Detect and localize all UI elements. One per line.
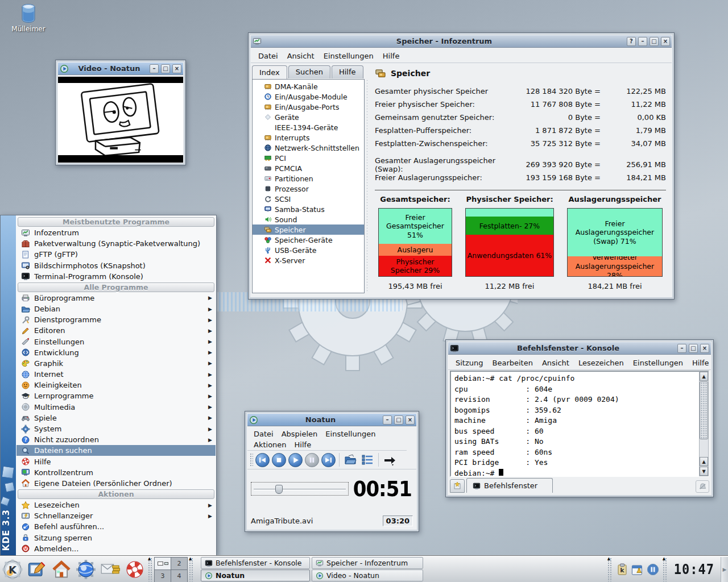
kmenu-item-sitzung-sperren[interactable]: Sitzung sperren <box>16 532 216 543</box>
desktop-note-button[interactable] <box>25 558 49 581</box>
browser-button[interactable] <box>74 558 98 581</box>
applet-handle[interactable] <box>189 558 194 581</box>
kmenu-item-dateien-suchen[interactable]: Dateien suchen <box>16 445 216 456</box>
taskbar-task-video-noatun[interactable]: Video - Noatun <box>312 569 423 581</box>
kmenu-item-terminal-programm-konsole[interactable]: Terminal-Programm (Konsole) <box>16 271 216 282</box>
menu-hilfe[interactable]: Hilfe <box>379 51 404 61</box>
new-session-button[interactable] <box>450 479 465 493</box>
applet-handle[interactable] <box>663 558 668 581</box>
sidebar-item-ieee-1394-ger-te[interactable]: IEEE-1394-Geräte <box>253 122 364 132</box>
kmenu-item-bildschirmphotos-ksnapshot[interactable]: Bildschirmphotos (KSnapshot) <box>16 260 216 271</box>
kmenu-item-schnellanzeiger[interactable]: Schnellanzeiger▶ <box>16 510 216 521</box>
kmenu-item-kleinigkeiten[interactable]: Kleinigkeiten▶ <box>16 380 216 390</box>
kmenu-item-internet[interactable]: Internet▶ <box>16 369 216 380</box>
slider-thumb[interactable] <box>275 485 283 494</box>
menu-lesezeichen[interactable]: Lesezeichen <box>574 357 628 368</box>
pager-desktop-2[interactable]: 2 <box>171 558 187 569</box>
kmenu-item-dienstprogramme[interactable]: Dienstprogramme▶ <box>16 314 216 325</box>
sidebar-item-speicher-ger-te[interactable]: Speicher-Geräte <box>253 235 364 245</box>
kmenu-item-abmelden[interactable]: Abmelden... <box>16 543 216 554</box>
menu-einstellungen[interactable]: Einstellungen <box>321 429 379 439</box>
sidebar-item-usb-ger-te[interactable]: USB-Geräte <box>253 245 364 255</box>
bell-muted-icon[interactable] <box>696 480 709 493</box>
close-button[interactable]: × <box>661 37 670 46</box>
help-button[interactable] <box>123 558 147 581</box>
sidebar-item-ein-ausgabe-ports[interactable]: Ein/Ausgabe-Ports <box>253 102 364 112</box>
toolbar-handle[interactable] <box>250 453 253 467</box>
menu-datei[interactable]: Datei <box>250 429 278 439</box>
taskbar-task-speicher-infozentrum[interactable]: Speicher - Infozentrum <box>312 557 423 569</box>
digital-clock[interactable]: 10:47 <box>671 561 718 577</box>
kmenu-item-b-roprogramme[interactable]: Büroprogramme▶ <box>16 293 216 304</box>
menu-datei[interactable]: Datei <box>254 51 282 61</box>
menu-aktionen[interactable]: Aktionen <box>250 439 291 450</box>
applet-handle[interactable] <box>148 558 153 581</box>
session-tab[interactable]: Befehlsfenster <box>466 478 553 493</box>
sidebar-item-prozessor[interactable]: Prozessor <box>253 184 364 194</box>
close-button[interactable]: × <box>700 344 709 353</box>
playlist-button[interactable] <box>360 452 375 467</box>
sidebar-item-sound[interactable]: Sound <box>253 214 364 225</box>
taskbar-task-befehlsfenster-konsole[interactable]: Befehlsfenster - Konsole <box>201 557 310 569</box>
menu-hilfe[interactable]: Hilfe <box>688 357 713 368</box>
kmenu-item-paketverwaltung-synaptic-paketverwaltung[interactable]: Paketverwaltung (Synaptic-Paketverwaltun… <box>16 238 216 249</box>
sidebar-item-partitionen[interactable]: Partitionen <box>253 173 364 184</box>
sidebar-splitter[interactable] <box>366 79 369 293</box>
klipper-tray-icon[interactable]: k <box>615 563 629 576</box>
scroll-up-button[interactable]: ▲ <box>700 372 708 381</box>
menu-ansicht[interactable]: Ansicht <box>538 357 573 368</box>
menu-einstellungen[interactable]: Einstellungen <box>629 357 687 368</box>
scroll-down-button[interactable]: ▼ <box>700 467 708 476</box>
maximize-button[interactable]: □ <box>394 415 403 425</box>
kmenu-item-nicht-zuzuordnen[interactable]: ?Nicht zuzuordnen▶ <box>16 434 216 445</box>
maximize-button[interactable]: □ <box>650 37 659 46</box>
kmenu-item-gftp-gftp[interactable]: gFTP (gFTP) <box>16 249 216 260</box>
sidebar-item-scsi[interactable]: SCSI <box>253 194 364 204</box>
sidebar-item-pcmcia[interactable]: PCMCIA <box>253 163 364 173</box>
kmenu-item-spiele[interactable]: Spiele▶ <box>16 413 216 423</box>
menu-sitzung[interactable]: Sitzung <box>452 357 487 368</box>
effects-arrow-button[interactable] <box>382 452 397 467</box>
desktop-pager[interactable]: 234 <box>154 557 188 582</box>
pause-button[interactable] <box>305 453 319 467</box>
kmenu-item-system[interactable]: System▶ <box>16 423 216 434</box>
pager-desktop-3[interactable]: 3 <box>155 570 171 582</box>
help-button[interactable]: ? <box>627 37 636 46</box>
home-button[interactable] <box>49 558 73 581</box>
seek-slider[interactable] <box>251 482 349 496</box>
organizer-tray-icon[interactable] <box>631 563 644 576</box>
sidebar-item-ger-te[interactable]: Geräte <box>253 112 364 122</box>
minimize-button[interactable]: – <box>150 64 159 73</box>
pager-desktop-4[interactable]: 4 <box>171 570 187 582</box>
panel-hide-button[interactable]: ▶ <box>721 557 728 582</box>
sidebar-item-x-server[interactable]: X-Server <box>253 255 364 265</box>
menu-abspielen[interactable]: Abspielen <box>278 429 322 439</box>
sidebar-item-samba-status[interactable]: Samba-Status <box>253 204 364 214</box>
sidebar-item-dma-kan-le[interactable]: DMA-Kanäle <box>253 81 364 92</box>
maximize-button[interactable]: □ <box>161 64 170 73</box>
trash-desktop-icon[interactable]: Mülleimer <box>6 3 51 33</box>
minimize-button[interactable]: – <box>383 415 392 425</box>
kmenu-item-eigene-dateien-pers-nlicher-ordner[interactable]: Eigene Dateien (Persönlicher Ordner) <box>16 478 216 489</box>
terminal-scrollbar[interactable]: ▲ ▲ ▼ <box>699 371 709 476</box>
tab-hilfe[interactable]: Hilfe <box>332 65 363 78</box>
scroll-up-button2[interactable]: ▲ <box>700 457 708 466</box>
kmenu-item-hilfe[interactable]: Hilfe <box>16 456 216 467</box>
kmenu-item-kontrollzentrum[interactable]: Kontrollzentrum <box>16 467 216 478</box>
infocenter-titlebar[interactable]: Speicher - Infozentrum ? – □ × <box>251 35 672 48</box>
close-button[interactable]: × <box>406 415 415 425</box>
minimize-button[interactable]: – <box>638 37 647 46</box>
konsole-titlebar[interactable]: Befehlsfenster - Konsole – □ × <box>448 342 711 355</box>
terminal-output[interactable]: debian:~# cat /proc/cpuinfo cpu : 604e r… <box>450 371 709 477</box>
mail-button[interactable] <box>98 558 122 581</box>
sidebar-item-speicher[interactable]: Speicher <box>253 225 364 235</box>
stop-button[interactable] <box>272 453 286 467</box>
menu-ansicht[interactable]: Ansicht <box>283 51 318 61</box>
tab-index[interactable]: Index <box>252 65 287 79</box>
kmenu-item-editoren[interactable]: Editoren▶ <box>16 325 216 336</box>
kmenu-item-multimedia[interactable]: Multimedia▶ <box>16 402 216 413</box>
kmenu-button[interactable]: K <box>1 558 24 581</box>
kmenu-item-lesezeichen[interactable]: Lesezeichen▶ <box>16 500 216 510</box>
previous-button[interactable] <box>255 453 270 467</box>
pager-desktop-1[interactable] <box>155 558 171 569</box>
